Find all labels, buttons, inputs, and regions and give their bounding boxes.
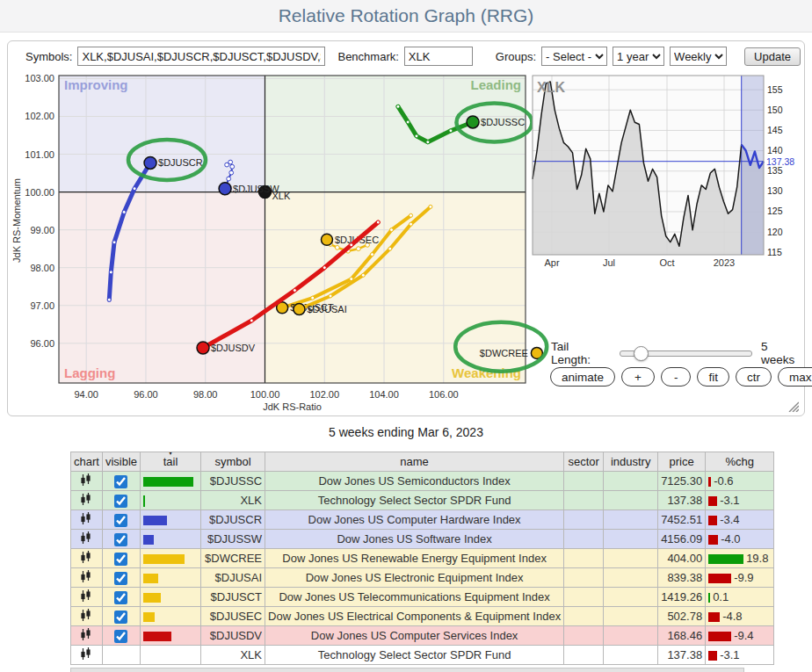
table-row-$DJUSAI[interactable]: $DJUSAIDow Jones US Electronic Equipment…	[71, 568, 774, 588]
update-button[interactable]: Update	[744, 47, 801, 66]
table-row-$DJUSEC[interactable]: $DJUSECDow Jones US Electrical Component…	[71, 607, 774, 626]
rrg-point-$DJUSEC[interactable]	[321, 234, 332, 245]
table-row-$DJUSCT[interactable]: $DJUSCTDow Jones US Telecommunications E…	[71, 588, 774, 607]
candlestick-chart-icon[interactable]	[80, 647, 92, 661]
column-header-name[interactable]: name	[265, 452, 564, 472]
svg-text:125: 125	[767, 206, 783, 216]
pct-change-value: -4.8	[722, 610, 742, 623]
candlestick-chart-icon[interactable]	[80, 493, 92, 506]
chart-button-max[interactable]: max	[778, 367, 812, 387]
rrg-point-$DJUSCR[interactable]	[144, 156, 156, 169]
visible-checkbox-$DJUSEC[interactable]	[114, 611, 127, 624]
column-header-chart[interactable]: chart	[71, 452, 103, 472]
table-row-$DJUSSW[interactable]: $DJUSSWDow Jones US Software Index4156.0…	[71, 530, 774, 549]
candlestick-chart-icon[interactable]	[80, 531, 92, 545]
svg-text:102.00: 102.00	[309, 389, 339, 400]
visible-checkbox-$DWCREE[interactable]	[114, 553, 127, 566]
chart-button-minus[interactable]: -	[661, 367, 692, 387]
candlestick-chart-icon[interactable]	[80, 512, 92, 525]
svg-text:101.00: 101.00	[25, 149, 54, 160]
name-cell: Dow Jones US Telecommunications Equipmen…	[265, 588, 564, 607]
symbols-input[interactable]	[77, 47, 325, 66]
price-cell: 839.38	[658, 568, 706, 588]
svg-text:2023: 2023	[714, 257, 735, 268]
price-cell: 7125.30	[658, 472, 706, 491]
resize-handle-icon[interactable]	[787, 400, 799, 412]
rrg-point-$DJUSSW[interactable]	[219, 183, 231, 195]
svg-text:98.00: 98.00	[30, 263, 54, 273]
price-cell: 7452.51	[658, 510, 706, 530]
benchmark-input[interactable]	[404, 47, 473, 66]
svg-text:Leading: Leading	[470, 77, 521, 92]
groups-select[interactable]: - Select -	[541, 47, 607, 66]
column-header-chg[interactable]: %chg	[706, 452, 774, 472]
svg-text:102.00: 102.00	[25, 111, 54, 121]
tail-swatch	[143, 535, 154, 545]
chart-button-animate[interactable]: animate	[550, 367, 615, 387]
table-row-$DJUSCR[interactable]: $DJUSCRDow Jones US Computer Hardware In…	[71, 510, 774, 530]
candlestick-chart-icon[interactable]	[80, 628, 92, 641]
candlestick-chart-icon[interactable]	[80, 570, 92, 583]
visible-checkbox-$DJUSDV[interactable]	[114, 630, 127, 643]
column-header-tail[interactable]: tail▾	[141, 452, 201, 472]
visible-checkbox-XLK[interactable]	[114, 495, 127, 508]
column-header-visible[interactable]: visible	[102, 452, 140, 472]
symbols-label: Symbols:	[25, 50, 72, 63]
tail-swatch	[143, 495, 145, 507]
table-row-XLK[interactable]: XLKTechnology Select Sector SPDR Fund137…	[71, 646, 774, 665]
rrg-panel: Symbols: Benchmark: Groups: - Select - 1…	[7, 40, 805, 416]
candlestick-chart-icon[interactable]	[80, 609, 92, 622]
svg-text:Oct: Oct	[659, 257, 674, 268]
rrg-chart-svg[interactable]: ImprovingLeadingLaggingWeakening94.0096.…	[8, 69, 579, 415]
candlestick-chart-icon[interactable]	[80, 589, 92, 603]
svg-text:Lagging: Lagging	[64, 365, 115, 380]
visible-checkbox-$DJUSSC[interactable]	[114, 475, 127, 488]
symbol-cell: $DWCREE	[201, 549, 265, 568]
pct-change-value: -3.1	[720, 494, 739, 507]
symbol-cell: XLK	[201, 491, 265, 510]
controls-bar: Symbols: Benchmark: Groups: - Select - 1…	[25, 47, 801, 66]
symbols-table: chartvisibletail▾symbolnamesectorindustr…	[70, 452, 774, 665]
tail-length-slider[interactable]	[620, 350, 752, 357]
symbol-cell: $DJUSEC	[201, 607, 265, 626]
interval-select[interactable]: Weekly	[670, 47, 727, 66]
symbol-cell: $DJUSSC	[201, 472, 265, 491]
symbol-cell: $DJUSCR	[201, 510, 265, 530]
groups-label: Groups:	[496, 50, 536, 63]
pct-change-value: -4.0	[721, 532, 740, 546]
visible-checkbox-$DJUSCR[interactable]	[114, 514, 127, 527]
svg-text:115: 115	[767, 247, 782, 257]
table-row-$DWCREE[interactable]: $DWCREEDow Jones US Renewable Energy Equ…	[71, 549, 774, 568]
table-row-XLK[interactable]: XLKTechnology Select Sector SPDR Fund137…	[71, 491, 774, 510]
column-header-price[interactable]: price	[658, 452, 706, 472]
price-cell: 502.78	[658, 607, 706, 626]
table-row-$DJUSSC[interactable]: $DJUSSCDow Jones US Semiconductors Index…	[71, 472, 774, 491]
price-cell: 137.38	[658, 491, 706, 510]
chart-button-plus[interactable]: +	[621, 367, 655, 387]
chart-button-ctr[interactable]: ctr	[736, 367, 772, 387]
pct-change-bar	[708, 612, 720, 622]
rrg-point-$DJUSDV[interactable]	[197, 342, 209, 354]
column-header-industry[interactable]: industry	[604, 452, 658, 472]
visible-checkbox-$DJUSAI[interactable]	[114, 572, 127, 585]
chart-button-fit[interactable]: fit	[697, 367, 729, 387]
rrg-point-$DJUSSC[interactable]	[467, 116, 479, 128]
tail-swatch	[143, 554, 185, 564]
visible-checkbox-$DJUSCT[interactable]	[114, 591, 127, 604]
svg-text:130: 130	[767, 185, 783, 196]
candlestick-chart-icon[interactable]	[80, 473, 92, 487]
column-header-sector[interactable]: sector	[564, 452, 604, 472]
candlestick-chart-icon[interactable]	[80, 551, 92, 564]
rrg-chart[interactable]: ImprovingLeadingLaggingWeakening94.0096.…	[8, 69, 579, 415]
benchmark-label: Benchmark:	[337, 50, 398, 63]
svg-text:99.00: 99.00	[30, 225, 54, 235]
column-header-symbol[interactable]: symbol	[201, 452, 265, 472]
visible-checkbox-$DJUSSW[interactable]	[114, 533, 127, 546]
period-select[interactable]: 1 year	[613, 47, 664, 66]
tail-swatch	[143, 477, 193, 487]
table-row-$DJUSDV[interactable]: $DJUSDVDow Jones US Computer Services In…	[71, 626, 774, 646]
svg-text:106.00: 106.00	[429, 389, 459, 400]
svg-text:103.00: 103.00	[25, 73, 54, 83]
rrg-point-$DJUSAI[interactable]	[294, 304, 305, 315]
tail-length-slider-knob[interactable]	[634, 346, 649, 361]
